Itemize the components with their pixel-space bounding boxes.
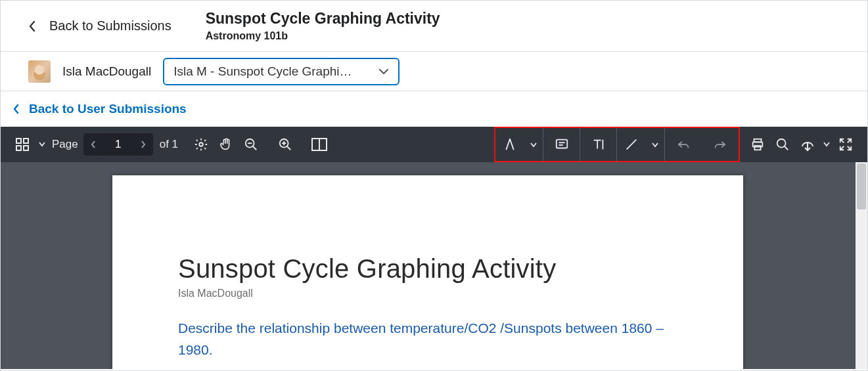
text-tool-button[interactable]	[580, 127, 617, 162]
note-tool-button[interactable]	[543, 127, 580, 162]
svg-line-9	[287, 146, 291, 150]
scrollbar-thumb[interactable]	[857, 164, 866, 209]
svg-line-6	[253, 146, 257, 150]
draw-tool-dropdown[interactable]	[524, 128, 543, 162]
line-tool-group	[617, 127, 665, 162]
viewer-toolbar: Page 1 of 1	[1, 127, 867, 162]
zoom-in-button[interactable]	[273, 132, 298, 157]
view-layout-dropdown[interactable]	[35, 132, 49, 157]
svg-rect-0	[16, 139, 21, 143]
print-button[interactable]	[745, 132, 770, 157]
document-title: Sunspot Cycle Graphing Activity	[178, 254, 677, 284]
svg-rect-1	[24, 139, 28, 143]
document-page: Sunspot Cycle Graphing Activity Isla Mac…	[112, 175, 743, 369]
assignment-header: Back to Submissions Sunspot Cycle Graphi…	[1, 1, 867, 52]
settings-button[interactable]	[189, 132, 214, 157]
line-tool-button[interactable]	[617, 127, 646, 162]
page-label: Page	[52, 138, 78, 151]
scrollbar[interactable]	[856, 162, 867, 369]
page-current-input[interactable]: 1	[103, 138, 133, 151]
search-button[interactable]	[770, 132, 795, 157]
page-navigator: 1	[83, 133, 153, 156]
document-body: Describe the relationship between temper…	[178, 318, 677, 360]
svg-rect-14	[556, 140, 567, 148]
document-area[interactable]: Sunspot Cycle Graphing Activity Isla Mac…	[1, 162, 867, 369]
chevron-left-icon	[28, 20, 36, 32]
document-viewer: Page 1 of 1	[1, 127, 867, 369]
svg-line-25	[785, 146, 788, 150]
undo-button[interactable]	[665, 127, 702, 162]
chevron-down-icon	[378, 68, 389, 75]
assignment-title-block: Sunspot Cycle Graphing Activity Astronom…	[206, 10, 440, 43]
download-dropdown[interactable]	[820, 132, 833, 157]
document-author: Isla MacDougall	[178, 288, 677, 299]
student-row: Isla MacDougall Isla M - Sunspot Cycle G…	[1, 52, 867, 91]
fullscreen-button[interactable]	[833, 132, 858, 157]
svg-point-4	[199, 142, 203, 146]
annotation-tools-group	[494, 127, 740, 162]
redo-button[interactable]	[702, 127, 739, 162]
breadcrumb-row: Back to User Submissions	[1, 91, 867, 127]
page-layout-button[interactable]	[307, 132, 332, 157]
submission-select-label: Isla M - Sunspot Cycle Graphi…	[173, 64, 352, 78]
pan-tool-button[interactable]	[214, 132, 239, 157]
download-button[interactable]	[795, 132, 820, 157]
page-next-button[interactable]	[133, 133, 153, 156]
svg-line-20	[627, 140, 637, 150]
view-layout-button[interactable]	[10, 132, 35, 157]
back-to-submissions-label: Back to Submissions	[49, 18, 171, 33]
draw-tool-group	[495, 127, 543, 162]
back-to-user-submissions-label: Back to User Submissions	[29, 102, 187, 116]
svg-point-24	[777, 139, 786, 148]
draw-tool-button[interactable]	[495, 127, 524, 162]
back-to-submissions-button[interactable]: Back to Submissions	[28, 18, 171, 33]
zoom-out-button[interactable]	[239, 132, 263, 157]
page-of-label: of 1	[160, 138, 178, 151]
svg-rect-3	[24, 146, 28, 150]
svg-rect-2	[16, 146, 21, 150]
student-name: Isla MacDougall	[62, 64, 151, 79]
submission-select[interactable]: Isla M - Sunspot Cycle Graphi…	[163, 58, 400, 85]
chevron-left-icon	[12, 104, 20, 114]
page-prev-button[interactable]	[83, 133, 103, 156]
assignment-title: Sunspot Cycle Graphing Activity	[206, 10, 440, 28]
avatar	[28, 60, 51, 83]
course-name: Astronomy 101b	[206, 30, 440, 42]
line-tool-dropdown[interactable]	[646, 128, 664, 162]
back-to-user-submissions-button[interactable]: Back to User Submissions	[12, 102, 187, 116]
